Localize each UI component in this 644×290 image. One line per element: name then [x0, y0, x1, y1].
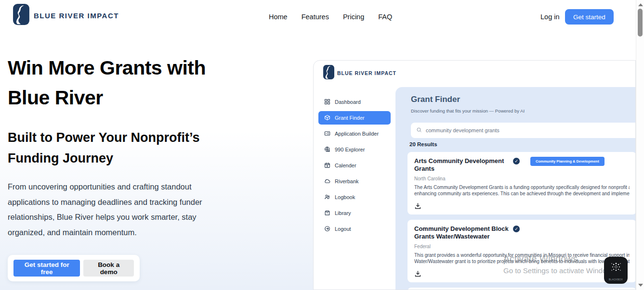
grant-description: The Arts Community Development Grants is…	[414, 184, 630, 197]
get-started-free-button[interactable]: Get started for free	[13, 260, 80, 277]
grant-title: Arts Community Development Grants	[414, 157, 513, 173]
sidebar-item-calender[interactable]: Calender	[318, 159, 391, 172]
download-icon[interactable]	[414, 270, 421, 277]
hero-section: Win More Grants with Blue River Built to…	[8, 53, 239, 240]
cube-icon	[324, 114, 330, 122]
search-value: community development grants	[426, 127, 499, 133]
results-count: 20 Results	[409, 141, 437, 147]
sidebar-item-990-explorer[interactable]: 990 Explorer	[318, 143, 391, 156]
hero-paragraph: From uncovering opportunities and crafti…	[8, 179, 224, 240]
sidebar-item-label: Riverbank	[335, 178, 359, 184]
blackbox-logo[interactable]: BLACKBOX	[604, 257, 628, 284]
blackbox-dots-icon	[609, 260, 623, 277]
verified-badge-icon: ✓	[513, 158, 520, 164]
sidebar-item-label: Dashboard	[335, 99, 361, 105]
top-navigation: BLUE RIVER IMPACT HomeFeaturesPricingFAQ…	[0, 0, 636, 34]
sidebar-item-library[interactable]: Library	[318, 206, 391, 220]
grant-results-list: Arts Community Development Grants ✓ Comm…	[407, 152, 636, 290]
sidebar-item-label: Library	[335, 210, 351, 216]
search-icon	[416, 126, 422, 135]
sidebar-item-logbook[interactable]: Logbook	[318, 190, 391, 204]
nav-link-home[interactable]: Home	[269, 13, 288, 21]
sidebar-item-riverbank[interactable]: Riverbank	[318, 175, 391, 188]
main-nav: HomeFeaturesPricingFAQ	[269, 0, 392, 34]
grant-location: North Carolina	[414, 176, 630, 181]
grant-category-tag[interactable]: Community Planning & Development	[530, 157, 605, 166]
nav-link-faq[interactable]: FAQ	[378, 13, 392, 21]
app-preview-screenshot: BLUE RIVER IMPACT Dashboard Grant Finder…	[313, 60, 636, 290]
app-sidebar: Dashboard Grant Finder Application Build…	[318, 95, 391, 236]
grant-location: Federal	[414, 244, 630, 249]
dashboard-grid-icon	[324, 99, 330, 106]
login-link[interactable]: Log in	[540, 13, 560, 21]
calendar-x-icon	[324, 162, 330, 169]
get-started-button[interactable]: Get started	[565, 9, 614, 25]
app-blue-river-logo-icon	[323, 65, 334, 81]
sidebar-item-logout[interactable]: Logout	[318, 222, 391, 236]
grant-finder-panel: Grant Finder Discover funding that fits …	[395, 87, 636, 290]
scrollbar-up-arrow-icon[interactable]	[638, 3, 643, 6]
logout-icon	[324, 226, 330, 233]
browser-scrollbar[interactable]	[636, 0, 644, 290]
sidebar-item-label: Logout	[335, 226, 351, 232]
panel-subtitle: Discover funding that fits your mission …	[411, 108, 525, 113]
sidebar-item-label: Application Builder	[335, 131, 379, 137]
sidebar-item-label: Grant Finder	[335, 115, 365, 121]
grant-description: This grant provides a wonderful opportun…	[414, 252, 630, 265]
globe-explore-icon	[324, 146, 330, 153]
sidebar-item-label: 990 Explorer	[335, 147, 365, 152]
brand-name: BLUE RIVER IMPACT	[34, 12, 119, 20]
brand-logo[interactable]: BLUE RIVER IMPACT	[13, 4, 119, 27]
sidebar-item-label: Logbook	[335, 194, 355, 200]
cloud-icon	[324, 178, 330, 185]
panel-title: Grant Finder	[411, 95, 460, 104]
blue-river-logo-icon	[13, 4, 29, 27]
grant-search-input[interactable]: community development grants	[411, 123, 636, 138]
hero-title: Win More Grants with Blue River	[8, 53, 239, 113]
app-brand-name: BLUE RIVER IMPACT	[337, 70, 396, 76]
people-icon	[324, 194, 330, 201]
blackbox-label: BLACKBOX	[609, 278, 623, 281]
download-icon[interactable]	[414, 202, 421, 210]
verified-badge-icon: ✓	[513, 226, 520, 232]
app-brand-logo: BLUE RIVER IMPACT	[323, 65, 396, 81]
grant-title: Community Development Block Grants Water…	[414, 225, 513, 240]
scrollbar-down-arrow-icon[interactable]	[638, 284, 643, 287]
scrollbar-thumb[interactable]	[638, 9, 643, 37]
grant-result-card[interactable]: Community Development Block Grants Water…	[407, 220, 636, 282]
hero-subtitle: Built to Power Your Nonprofit’s Funding …	[8, 127, 239, 169]
sidebar-item-dashboard[interactable]: Dashboard	[318, 95, 391, 109]
book-demo-button[interactable]: Book a demo	[83, 260, 134, 277]
grant-result-card[interactable]: Arts Community Development Grants ✓ Comm…	[407, 152, 636, 214]
nav-link-pricing[interactable]: Pricing	[343, 13, 364, 21]
card-icon	[324, 130, 330, 138]
nav-link-features[interactable]: Features	[302, 13, 329, 21]
grant-result-card[interactable]: Community Development Block ✓	[407, 288, 636, 290]
hero-cta-card: Get started for free Book a demo	[8, 255, 140, 281]
sidebar-item-grant-finder[interactable]: Grant Finder	[318, 111, 391, 125]
sidebar-item-label: Calender	[335, 163, 356, 168]
archive-icon	[324, 210, 330, 217]
sidebar-item-application-builder[interactable]: Application Builder	[318, 127, 391, 140]
